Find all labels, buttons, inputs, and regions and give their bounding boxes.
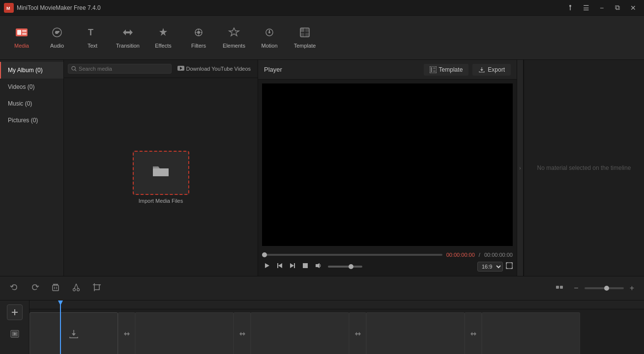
timeline-toolbar: − + [0, 276, 644, 300]
export-button[interactable]: Export [472, 64, 511, 76]
filters-icon [193, 27, 204, 41]
playhead[interactable] [60, 300, 61, 354]
toolbar-transition-label: Transition [116, 43, 140, 49]
volume-handle[interactable] [349, 264, 353, 269]
menu-button[interactable]: ☰ [579, 1, 593, 15]
sidebar-item-my-album[interactable]: My Album (0) [0, 62, 63, 79]
transition-segment-3[interactable] [349, 312, 366, 354]
svg-rect-23 [300, 28, 304, 32]
zoom-out-button[interactable]: − [570, 281, 582, 296]
media-toolbar: Download YouTube Videos [64, 60, 258, 78]
svg-rect-59 [560, 286, 563, 289]
video-segment-4[interactable] [366, 312, 465, 354]
svg-rect-26 [305, 33, 309, 37]
svg-rect-58 [556, 286, 559, 289]
svg-rect-31 [153, 168, 169, 176]
folder-icon [152, 163, 170, 182]
zoom-slider-track[interactable] [585, 287, 624, 289]
yt-download-label: Download YouTube Videos [186, 66, 251, 72]
svg-rect-53 [94, 285, 99, 290]
timeline-content [29, 300, 644, 354]
minimize-button[interactable]: − [595, 1, 609, 15]
svg-rect-38 [294, 263, 295, 268]
toolbar-template-label: Template [294, 43, 316, 49]
svg-rect-7 [22, 33, 27, 35]
export-icon [478, 66, 485, 73]
title-controls: ☰ − ⧉ ✕ [563, 1, 640, 15]
export-btn-label: Export [488, 66, 505, 73]
video-segment-5[interactable] [482, 312, 580, 354]
svg-text:M: M [6, 6, 10, 11]
collapse-panel-button[interactable]: › [517, 60, 524, 276]
video-track [29, 309, 644, 354]
svg-line-52 [76, 284, 78, 289]
volume-slider[interactable] [328, 266, 362, 268]
close-button[interactable]: ✕ [626, 1, 640, 15]
player-title: Player [264, 66, 420, 73]
content-area: My Album (0) Videos (0) Music (0) Pictur… [0, 60, 644, 276]
svg-rect-25 [300, 33, 304, 37]
redo-button[interactable] [27, 280, 43, 297]
toolbar-text-label: Text [88, 43, 97, 49]
svg-point-13 [197, 31, 200, 34]
sidebar-item-videos[interactable]: Videos (0) [0, 79, 63, 95]
svg-rect-40 [303, 263, 308, 268]
delete-button[interactable] [47, 280, 64, 297]
undo-button[interactable] [6, 280, 23, 297]
cut-button[interactable] [68, 280, 85, 297]
zoom-split-button[interactable] [551, 280, 568, 297]
toolbar-item-audio[interactable]: Audio [39, 18, 75, 57]
next-frame-button[interactable] [288, 261, 297, 272]
yt-download-button[interactable]: Download YouTube Videos [175, 64, 254, 73]
toolbar-item-transition[interactable]: Transition [110, 18, 146, 57]
svg-marker-37 [278, 263, 282, 268]
effects-icon [158, 27, 169, 41]
aspect-ratio-select[interactable]: 16:9 [477, 262, 503, 272]
toolbar-elements-label: Elements [223, 43, 245, 49]
svg-text:T: T [88, 27, 93, 37]
video-segment-first[interactable] [29, 312, 118, 354]
timeline [0, 300, 644, 354]
import-media-button[interactable] [133, 151, 189, 195]
time-current: 00:00:00:00 [446, 252, 475, 258]
player-controls: 00:00:00:00 / 00:00:00:00 [258, 250, 517, 276]
elements-icon [228, 27, 240, 41]
zoom-in-button[interactable]: + [626, 281, 638, 296]
toolbar-item-text[interactable]: T Text [75, 18, 110, 57]
restore-button[interactable]: ⧉ [611, 1, 624, 15]
toolbar-item-elements[interactable]: Elements [216, 18, 252, 57]
search-input[interactable] [79, 66, 168, 72]
transition-segment-4[interactable] [465, 312, 482, 354]
video-segment-3[interactable] [251, 312, 349, 354]
stop-button[interactable] [300, 261, 310, 272]
toolbar-item-effects[interactable]: Effects [146, 18, 181, 57]
svg-rect-43 [53, 285, 59, 291]
volume-button[interactable] [313, 261, 323, 272]
pin-button[interactable] [563, 1, 577, 15]
toolbar-item-filters[interactable]: Filters [181, 18, 216, 57]
progress-handle[interactable] [262, 252, 267, 257]
svg-marker-39 [290, 263, 294, 268]
add-track-button[interactable] [7, 304, 23, 320]
svg-rect-6 [22, 30, 27, 32]
transition-segment-1[interactable] [118, 312, 135, 354]
no-material-text: No material selected on the timeline [529, 157, 639, 179]
toolbar-item-media[interactable]: Media [4, 18, 39, 57]
sidebar: My Album (0) Videos (0) Music (0) Pictur… [0, 60, 64, 276]
transition-icon [122, 27, 134, 41]
svg-point-50 [77, 289, 80, 291]
fullscreen-button[interactable] [506, 262, 513, 271]
transition-segment-2[interactable] [234, 312, 251, 354]
search-box[interactable] [68, 64, 172, 74]
play-button[interactable] [262, 261, 272, 272]
toolbar-item-template[interactable]: Template [287, 18, 322, 57]
template-button[interactable]: Template [424, 64, 469, 76]
sidebar-item-pictures[interactable]: Pictures (0) [0, 112, 63, 129]
zoom-slider-handle[interactable] [604, 286, 609, 291]
prev-frame-button[interactable] [275, 261, 285, 272]
video-segment-2[interactable] [135, 312, 234, 354]
crop-button[interactable] [88, 280, 105, 297]
toolbar-item-motion[interactable]: Motion [252, 18, 287, 57]
progress-track[interactable] [262, 254, 442, 256]
sidebar-item-music[interactable]: Music (0) [0, 95, 63, 112]
